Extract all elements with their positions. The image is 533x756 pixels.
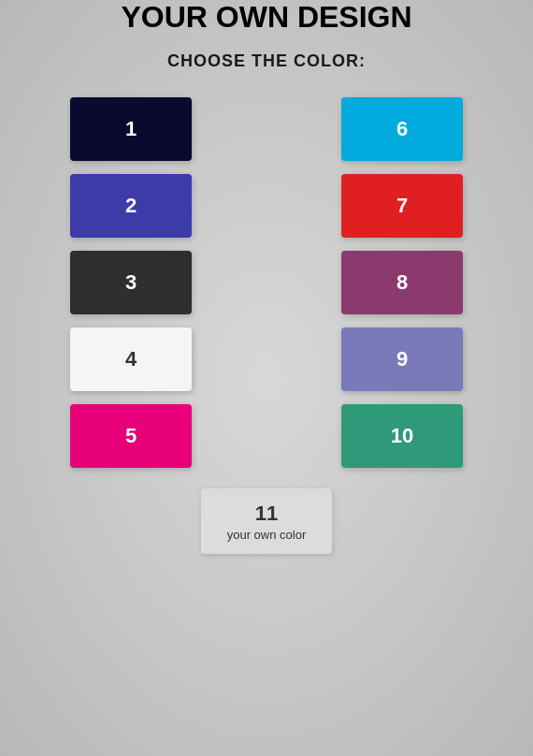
- own-color-number: 11: [255, 502, 278, 526]
- color-swatch-2[interactable]: 2: [70, 174, 192, 238]
- color-grid: 12345 678910: [70, 97, 463, 468]
- own-color-label: your own color: [227, 528, 307, 542]
- color-swatch-1[interactable]: 1: [70, 97, 192, 161]
- page-title: YOUR OWN DESIGN: [121, 0, 411, 35]
- color-swatch-10[interactable]: 10: [341, 404, 463, 468]
- right-color-column: 678910: [341, 97, 463, 468]
- own-color-swatch[interactable]: 11 your own color: [201, 488, 332, 554]
- color-swatch-9[interactable]: 9: [341, 327, 463, 391]
- color-swatch-7[interactable]: 7: [341, 174, 463, 238]
- color-swatch-4[interactable]: 4: [70, 327, 192, 391]
- own-color-section: 11 your own color: [201, 488, 332, 554]
- left-color-column: 12345: [70, 97, 192, 468]
- color-swatch-5[interactable]: 5: [70, 404, 192, 468]
- choose-color-subtitle: CHOOSE THE COLOR:: [167, 51, 366, 71]
- color-swatch-3[interactable]: 3: [70, 251, 192, 314]
- color-swatch-6[interactable]: 6: [341, 97, 463, 161]
- color-swatch-8[interactable]: 8: [341, 251, 463, 314]
